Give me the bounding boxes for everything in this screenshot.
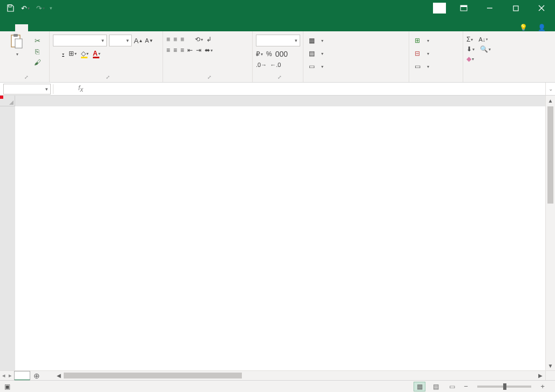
find-icon[interactable]: 🔍▾ [480, 45, 491, 53]
cut-icon[interactable]: ✂ [32, 36, 42, 45]
normal-view-icon[interactable]: ▦ [414, 382, 425, 391]
fill-icon[interactable]: ⬇▾ [466, 45, 475, 53]
autosum-icon[interactable]: Σ▾ [466, 36, 473, 43]
font-color-icon[interactable]: А▾ [93, 50, 100, 57]
scroll-right-icon[interactable]: ▶ [536, 371, 545, 380]
record-macro-icon[interactable]: ▣ [4, 383, 10, 390]
tab-help[interactable] [119, 24, 132, 31]
tell-me-button[interactable]: 💡 [519, 24, 530, 31]
align-right-icon[interactable]: ≡ [180, 46, 184, 54]
dialog-launcher-icon[interactable]: ⤢ [106, 75, 110, 80]
increase-indent-icon[interactable]: ⇥ [196, 46, 201, 54]
tab-data[interactable] [67, 24, 80, 31]
underline-button[interactable]: ▾ [62, 50, 64, 57]
page-break-view-icon[interactable]: ▭ [446, 382, 458, 391]
cell-styles-button[interactable]: ▭▾ [307, 60, 323, 72]
horizontal-scrollbar[interactable]: ◀ ▶ [54, 371, 545, 380]
decrease-decimal-icon[interactable]: ←.0 [270, 62, 281, 68]
scroll-up-icon[interactable]: ▲ [546, 96, 555, 105]
sheet-tab[interactable] [14, 371, 30, 380]
decrease-font-icon[interactable]: A▼ [145, 37, 153, 44]
insert-cells-button[interactable]: ⊞▾ [412, 35, 429, 46]
sort-filter-icon[interactable]: А↓▾ [478, 36, 488, 43]
align-top-icon[interactable]: ≡ [166, 36, 170, 43]
group-styles: ▦▾ ▤▾ ▭▾ [303, 31, 409, 82]
format-cells-icon: ▭ [412, 62, 422, 71]
border-icon[interactable]: ⊞▾ [69, 50, 77, 57]
wrap-text-icon[interactable]: ↲ [206, 36, 212, 43]
maximize-icon[interactable] [503, 0, 528, 16]
enter-formula-icon[interactable] [65, 84, 77, 94]
comma-icon[interactable]: 000 [275, 50, 288, 58]
undo-icon[interactable]: ↶▾ [18, 1, 32, 15]
group-cells: ⊞▾ ⊟▾ ▭▾ [409, 31, 463, 82]
login-button[interactable] [433, 3, 446, 13]
fill-color-icon[interactable]: ◇▾ [81, 50, 89, 57]
copy-icon[interactable]: ⎘ [32, 46, 42, 56]
scroll-left-icon[interactable]: ◀ [54, 371, 64, 380]
increase-font-icon[interactable]: A▲ [134, 37, 143, 45]
format-cells-button[interactable]: ▭▾ [412, 60, 429, 72]
increase-decimal-icon[interactable]: .0→ [256, 62, 267, 68]
add-sheet-icon[interactable]: ⊕ [30, 371, 43, 380]
conditional-formatting-button[interactable]: ▦▾ [307, 35, 323, 46]
select-all-button[interactable] [0, 96, 15, 106]
align-middle-icon[interactable]: ≡ [173, 36, 177, 43]
status-bar: ▣ ▦ ▤ ▭ − + [0, 380, 555, 392]
cancel-formula-icon[interactable] [53, 84, 65, 94]
percent-icon[interactable]: % [266, 50, 272, 58]
cells-area[interactable] [15, 106, 545, 370]
merge-icon[interactable]: ⬌▾ [205, 46, 213, 54]
share-button[interactable]: 👤 [538, 24, 549, 31]
tab-home[interactable] [15, 24, 28, 31]
qat-dropdown-icon[interactable]: ▾ [49, 1, 53, 15]
tab-page-layout[interactable] [41, 24, 54, 31]
tab-insert[interactable] [28, 24, 41, 31]
delete-cells-button[interactable]: ⊟▾ [412, 48, 429, 59]
ribbon-options-icon[interactable] [451, 0, 476, 16]
tab-review[interactable] [80, 24, 93, 31]
tab-developer[interactable] [106, 24, 119, 31]
vertical-scrollbar[interactable]: ▲ ▼ [545, 96, 555, 370]
sheet-nav[interactable]: ◂▸ [0, 371, 15, 380]
name-box[interactable]: ▾ [3, 84, 51, 94]
zoom-slider[interactable] [477, 386, 531, 388]
fx-icon[interactable]: fx [78, 84, 83, 93]
close-icon[interactable] [529, 0, 554, 16]
number-format-select[interactable]: ▾ [256, 35, 300, 46]
expand-formula-bar-icon[interactable]: ⌄ [545, 83, 555, 95]
minimize-icon[interactable] [477, 0, 502, 16]
tab-file[interactable] [2, 24, 15, 31]
paste-button[interactable]: ▾ [3, 33, 30, 57]
currency-icon[interactable]: ₽▾ [256, 50, 263, 58]
page-layout-view-icon[interactable]: ▤ [430, 382, 442, 391]
format-painter-icon[interactable]: 🖌 [32, 57, 42, 67]
clear-icon[interactable]: ◆▾ [466, 55, 474, 63]
tab-view[interactable] [93, 24, 106, 31]
scrollbar-thumb[interactable] [64, 373, 242, 379]
zoom-in-button[interactable]: + [539, 382, 546, 390]
dialog-launcher-icon[interactable]: ⤢ [24, 75, 29, 80]
dialog-launcher-icon[interactable]: ⤢ [278, 75, 282, 80]
orientation-icon[interactable]: ⟲▾ [195, 36, 203, 43]
tab-formulas[interactable] [54, 24, 67, 31]
font-name-select[interactable]: ▾ [53, 35, 107, 46]
redo-icon[interactable]: ↷▾ [33, 1, 48, 15]
format-as-table-button[interactable]: ▤▾ [307, 48, 323, 59]
zoom-out-button[interactable]: − [462, 382, 470, 390]
decrease-indent-icon[interactable]: ⇤ [187, 46, 193, 54]
svg-rect-0 [9, 5, 11, 7]
align-left-icon[interactable]: ≡ [166, 46, 170, 54]
ribbon: ▾ ✂ ⎘ 🖌 ⤢ ▾ ▾ A▲ A▼ ▾ ⊞▾ ◇▾ [0, 31, 555, 83]
cond-format-icon: ▦ [307, 36, 316, 45]
dialog-launcher-icon[interactable]: ⤢ [207, 75, 212, 80]
align-bottom-icon[interactable]: ≡ [180, 36, 184, 43]
sheet-tab-bar: ◂▸ ⊕ ◀ ▶ [0, 370, 545, 380]
scroll-down-icon[interactable]: ▼ [546, 361, 555, 370]
scrollbar-thumb[interactable] [547, 106, 553, 204]
save-icon[interactable] [3, 1, 17, 15]
formula-input[interactable] [83, 84, 545, 94]
align-center-icon[interactable]: ≡ [173, 46, 177, 54]
font-size-select[interactable]: ▾ [109, 35, 132, 46]
lightbulb-icon: 💡 [519, 24, 527, 31]
